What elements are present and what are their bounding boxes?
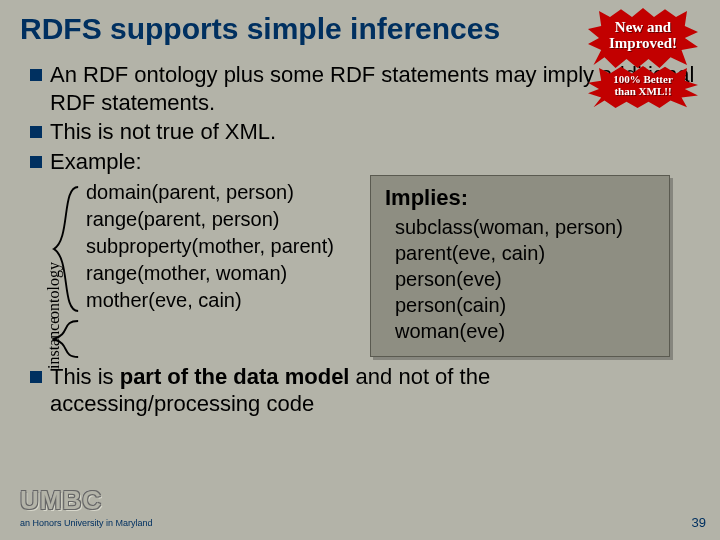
page-number: 39 bbox=[692, 515, 706, 530]
implies-line: parent(eve, cain) bbox=[395, 240, 655, 266]
implies-box: Implies: subclass(woman, person) parent(… bbox=[370, 175, 670, 357]
tagline: an Honors University in Maryland bbox=[20, 518, 153, 528]
slide: RDFS supports simple inferences New and … bbox=[0, 0, 720, 540]
burst1-line1: New and bbox=[615, 19, 671, 35]
bullet-4: This is part of the data model and not o… bbox=[30, 363, 700, 418]
bullet-marker-icon bbox=[30, 156, 42, 168]
bullet-4-text: This is part of the data model and not o… bbox=[50, 363, 700, 418]
assertions-column: ontology instance domain(parent, person)… bbox=[30, 179, 350, 357]
bullet-marker-icon bbox=[30, 126, 42, 138]
bullet-3-text: Example: bbox=[50, 148, 700, 176]
burst1-line2: Improved! bbox=[609, 35, 677, 51]
bullet-2: This is not true of XML. bbox=[30, 118, 700, 146]
ontology-line: subproperty(mother, parent) bbox=[86, 233, 350, 260]
implies-line: person(cain) bbox=[395, 292, 655, 318]
ontology-line: domain(parent, person) bbox=[86, 179, 350, 206]
implies-lines: subclass(woman, person) parent(eve, cain… bbox=[385, 214, 655, 344]
implies-line: woman(eve) bbox=[395, 318, 655, 344]
bullet-marker-icon bbox=[30, 69, 42, 81]
implies-title: Implies: bbox=[385, 184, 655, 212]
burst-text: New and Improved! bbox=[588, 8, 698, 52]
brace-instance-icon bbox=[52, 319, 80, 359]
burst2-line1: 100% Better bbox=[613, 73, 673, 85]
brace-ontology-icon bbox=[52, 185, 80, 313]
burst-new-improved: New and Improved! bbox=[588, 8, 698, 68]
burst-better-than-xml: 100% Better than XML!! bbox=[588, 66, 698, 108]
burst2-line2: than XML!! bbox=[614, 85, 671, 97]
title-row: RDFS supports simple inferences New and … bbox=[20, 12, 700, 45]
example-columns: ontology instance domain(parent, person)… bbox=[30, 179, 700, 357]
instance-line: mother(eve, cain) bbox=[86, 287, 350, 314]
bullet-4-bold: part of the data model bbox=[120, 364, 350, 389]
implies-line: person(eve) bbox=[395, 266, 655, 292]
footer: UMBC an Honors University in Maryland bbox=[20, 485, 153, 528]
ontology-line: range(parent, person) bbox=[86, 206, 350, 233]
bullet-marker-icon bbox=[30, 371, 42, 383]
umbc-logo: UMBC bbox=[20, 485, 153, 516]
implies-line: subclass(woman, person) bbox=[395, 214, 655, 240]
burst2-text: 100% Better than XML!! bbox=[588, 66, 698, 97]
ontology-line: range(mother, woman) bbox=[86, 260, 350, 287]
bullet-3: Example: bbox=[30, 148, 700, 176]
slide-title: RDFS supports simple inferences bbox=[20, 12, 581, 45]
bullet-2-text: This is not true of XML. bbox=[50, 118, 700, 146]
